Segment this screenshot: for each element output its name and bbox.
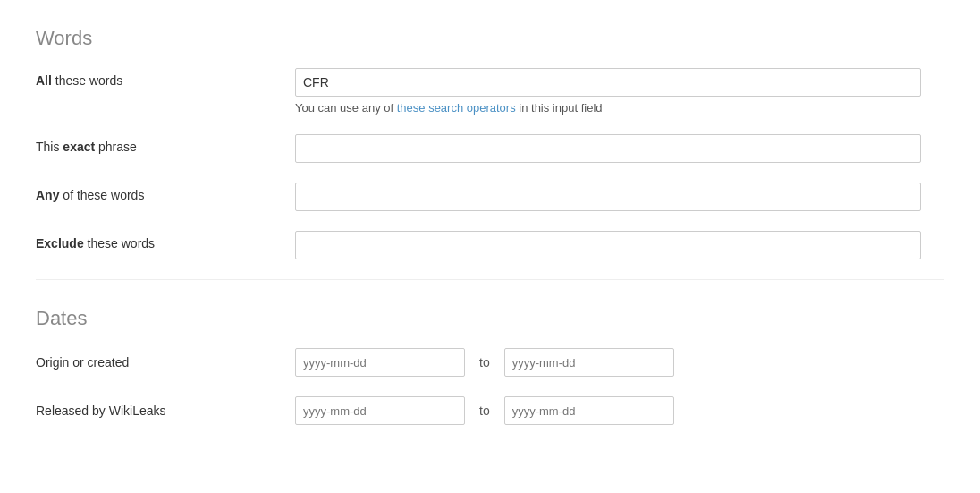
date-inputs-origin-created: to: [295, 348, 674, 377]
words-section-title: Words: [36, 27, 944, 50]
words-form-row-exclude-words: Exclude these words: [36, 231, 944, 259]
dates-section: Dates Origin or createdtoReleased by Wik…: [36, 307, 944, 425]
date-to-label-released-wikileaks: to: [474, 404, 495, 418]
date-from-input-origin-created[interactable]: [295, 348, 465, 377]
words-label-exact-phrase: This exact phrase: [36, 134, 295, 154]
words-field-wrap-all-words: You can use any of these search operator…: [295, 68, 944, 115]
words-form-row-all-words: All these wordsYou can use any of these …: [36, 68, 944, 115]
words-form-row-any-words: Any of these words: [36, 183, 944, 211]
date-form-row-released-wikileaks: Released by WikiLeaksto: [36, 396, 944, 425]
words-input-exclude-words[interactable]: [295, 231, 921, 259]
date-to-input-released-wikileaks[interactable]: [504, 396, 674, 425]
words-input-exact-phrase[interactable]: [295, 134, 921, 163]
date-from-input-released-wikileaks[interactable]: [295, 396, 465, 425]
section-divider: [36, 279, 944, 280]
search-operators-link[interactable]: these search operators: [397, 101, 516, 115]
date-form-row-origin-created: Origin or createdto: [36, 348, 944, 377]
words-form-row-exact-phrase: This exact phrase: [36, 134, 944, 163]
words-field-wrap-any-words: [295, 183, 944, 211]
words-hint-all-words: You can use any of these search operator…: [295, 101, 944, 115]
words-input-any-words[interactable]: [295, 183, 921, 211]
date-to-input-origin-created[interactable]: [504, 348, 674, 377]
date-label-released-wikileaks: Released by WikiLeaks: [36, 404, 295, 418]
dates-section-title: Dates: [36, 307, 944, 330]
words-label-all-words: All these words: [36, 68, 295, 88]
words-label-exclude-words: Exclude these words: [36, 231, 295, 251]
date-to-label-origin-created: to: [474, 355, 495, 370]
date-inputs-released-wikileaks: to: [295, 396, 674, 425]
words-field-wrap-exclude-words: [295, 231, 944, 259]
words-input-all-words[interactable]: [295, 68, 921, 97]
date-label-origin-created: Origin or created: [36, 355, 295, 370]
words-label-any-words: Any of these words: [36, 183, 295, 202]
words-field-wrap-exact-phrase: [295, 134, 944, 163]
